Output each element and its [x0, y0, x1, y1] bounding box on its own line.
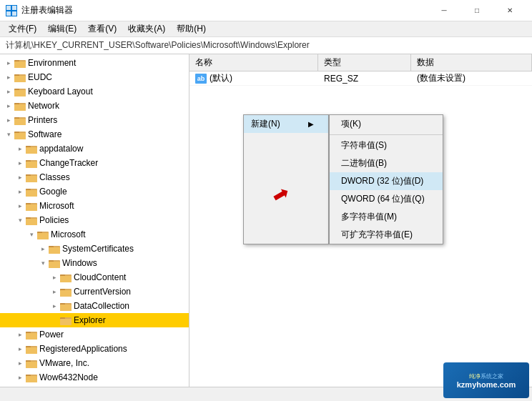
menu-edit[interactable]: 编辑(E) [42, 21, 82, 36]
tree-label-appdatalow: appdatalow [39, 144, 83, 154]
folder-icon-changetracker [26, 158, 37, 168]
folder-icon-systemcerts [49, 244, 60, 254]
tree-arrow-network [3, 99, 14, 113]
submenu-item-key[interactable]: 项(K) [330, 115, 443, 133]
tree-label-regapps: RegisteredApplications [39, 344, 127, 354]
col-header-data: 数据 [411, 54, 532, 71]
minimize-button[interactable]: ─ [428, 0, 460, 21]
watermark: 纯净系统之家 kzmyhome.com [443, 362, 529, 398]
folder-icon-printers [14, 115, 26, 125]
menu-help[interactable]: 帮助(H) [171, 21, 212, 36]
tree-item-system[interactable]: System [0, 385, 189, 387]
context-menu-new[interactable]: 新建(N) ▶ [244, 115, 328, 133]
tree-item-keyboard-layout[interactable]: Keyboard Layout [0, 84, 189, 99]
tree-item-classes[interactable]: Classes [0, 170, 189, 184]
svg-rect-45 [49, 247, 60, 254]
tree-label-explorer: Explorer [74, 315, 106, 325]
svg-rect-24 [26, 147, 37, 154]
submenu-item-dword[interactable]: DWORD (32 位)值(D) [330, 172, 443, 190]
tree-item-microsoft-sub[interactable]: Microsoft [0, 199, 189, 213]
submenu-item-expandstring[interactable]: 可扩充字符串值(E) [330, 226, 443, 244]
tree-item-appdatalow[interactable]: appdatalow [0, 142, 189, 156]
tree-label-eudc: EUDC [28, 72, 52, 82]
menu-separator [330, 134, 443, 135]
tree-item-windows[interactable]: Windows [0, 256, 189, 270]
tree-arrow-systemcerts [37, 242, 49, 256]
tree-item-power[interactable]: Power [0, 327, 189, 342]
tree-label-google: Google [39, 187, 67, 197]
menu-file[interactable]: 文件(F) [3, 21, 42, 36]
address-path: 计算机\HKEY_CURRENT_USER\Software\Policies\… [6, 39, 310, 51]
tree-label-currentversion: CurrentVersion [74, 287, 131, 297]
tree-arrow-power [14, 327, 26, 342]
tree-label-systemcerts: SystemCertificates [62, 244, 134, 254]
folder-icon-classes [26, 172, 37, 182]
table-row[interactable]: ab (默认) REG_SZ (数值未设置) [189, 71, 532, 86]
tree-arrow-vmware [14, 356, 26, 370]
tree-arrow-printers [3, 113, 14, 127]
svg-rect-54 [60, 290, 72, 297]
svg-rect-36 [26, 204, 37, 211]
tree-arrow-microsoft-pol [26, 227, 37, 242]
tree-label-changetracker: ChangeTracker [39, 158, 98, 168]
tree-item-currentversion[interactable]: CurrentVersion [0, 284, 189, 299]
folder-icon-appdatalow [26, 144, 37, 154]
submenu-arrow-icon: ▶ [308, 120, 314, 128]
folder-icon-microsoft-pol [37, 229, 49, 239]
window-controls[interactable]: ─ □ ✕ [428, 0, 526, 21]
menu-view[interactable]: 查看(V) [82, 21, 122, 36]
tree-item-systemcerts[interactable]: SystemCertificates [0, 242, 189, 256]
tree-arrow-currentversion [49, 284, 60, 299]
title-bar: 注册表编辑器 ─ □ ✕ [0, 0, 532, 21]
watermark-top: 纯净系统之家 [469, 372, 503, 380]
folder-icon-vmware [26, 358, 37, 368]
tree-arrow-appdatalow [14, 142, 26, 156]
folder-icon-policies [26, 215, 37, 225]
folder-icon-network [14, 101, 26, 111]
tree-item-changetracker[interactable]: ChangeTracker [0, 156, 189, 170]
submenu-item-multistring[interactable]: 多字符串值(M) [330, 208, 443, 226]
tree-item-environment[interactable]: Environment [0, 56, 189, 70]
svg-rect-72 [26, 376, 37, 382]
tree-arrow-changetracker [14, 156, 26, 170]
tree-item-regapps[interactable]: RegisteredApplications [0, 342, 189, 356]
tree-item-microsoft-pol[interactable]: Microsoft [0, 227, 189, 242]
close-button[interactable]: ✕ [493, 0, 526, 21]
tree-label-power: Power [39, 330, 64, 340]
table-header: 名称 类型 数据 [189, 54, 532, 71]
submenu-item-binary[interactable]: 二进制值(B) [330, 154, 443, 172]
tree-item-cloudcontent[interactable]: CloudContent [0, 270, 189, 284]
svg-rect-39 [26, 219, 37, 225]
tree-label-policies: Policies [39, 215, 69, 225]
svg-rect-60 [60, 319, 72, 325]
tree-label-microsoft-pol: Microsoft [51, 229, 86, 239]
maximize-button[interactable]: □ [460, 0, 493, 21]
col-header-type: 类型 [318, 54, 411, 71]
row-name-value: (默认) [210, 72, 232, 84]
watermark-url: kzmyhome.com [457, 380, 516, 389]
tree-label-datacollection: DataCollection [74, 301, 129, 311]
tree-item-wow6432[interactable]: Wow6432Node [0, 370, 189, 385]
folder-icon-google [26, 187, 37, 197]
context-submenu: ➡ 项(K) 字符串值(S) 二进制值(B) DWORD (32 位)值(D) … [329, 114, 443, 244]
reg-value-icon: ab [195, 74, 207, 84]
svg-rect-3 [12, 11, 16, 16]
tree-item-network[interactable]: Network [0, 99, 189, 113]
svg-rect-0 [6, 6, 11, 10]
tree-arrow-windows [37, 256, 49, 270]
tree-item-printers[interactable]: Printers [0, 113, 189, 127]
tree-label-classes: Classes [39, 172, 70, 182]
tree-item-explorer[interactable]: Explorer [0, 313, 189, 327]
tree-item-eudc[interactable]: EUDC [0, 70, 189, 84]
menu-favorites[interactable]: 收藏夹(A) [122, 21, 171, 36]
submenu-item-qword[interactable]: QWORD (64 位)值(Q) [330, 190, 443, 208]
submenu-item-string[interactable]: 字符串值(S) [330, 137, 443, 154]
tree-item-google[interactable]: Google [0, 184, 189, 199]
row-name-cell: ab (默认) [189, 71, 318, 85]
svg-rect-66 [26, 347, 37, 354]
tree-item-vmware[interactable]: VMware, Inc. [0, 356, 189, 370]
tree-item-policies[interactable]: Policies [0, 213, 189, 227]
tree-arrow-classes [14, 170, 26, 184]
tree-item-datacollection[interactable]: DataCollection [0, 299, 189, 313]
tree-item-software[interactable]: Software [0, 127, 189, 142]
